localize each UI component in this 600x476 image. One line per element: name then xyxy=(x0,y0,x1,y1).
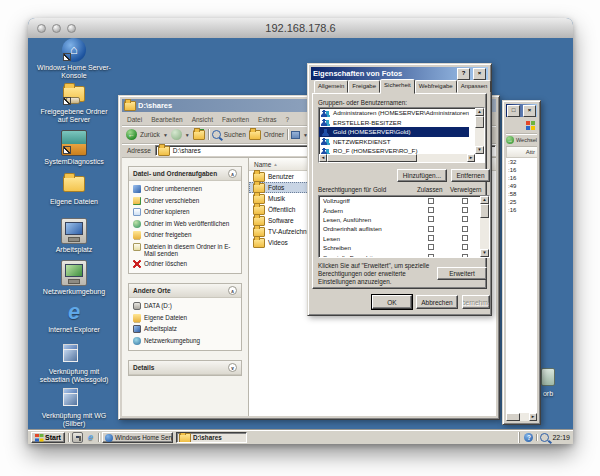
remove-button[interactable]: Entfernen xyxy=(451,169,490,182)
task-move-folder[interactable]: Ordner verschieben xyxy=(133,197,237,205)
place-my-computer[interactable]: Arbeitsplatz xyxy=(133,325,237,333)
forward-dropdown-icon[interactable]: ▼ xyxy=(185,132,190,138)
help-icon[interactable]: ? xyxy=(457,68,470,80)
time-cell[interactable]: :49 xyxy=(506,182,537,190)
search-button[interactable]: Suchen xyxy=(224,131,246,138)
scrollbar-thumb[interactable] xyxy=(480,204,489,218)
close-icon[interactable]: × xyxy=(523,105,536,117)
place-network[interactable]: Netzwerkumgebung xyxy=(133,337,237,345)
details-box-header[interactable]: Details ∨ xyxy=(129,361,241,375)
menu-bearbeiten[interactable]: Bearbeiten xyxy=(151,116,182,123)
desktop-icon-system-diagnostics[interactable]: SystemDiagnostics xyxy=(34,130,114,166)
vertical-scrollbar[interactable]: ▲ ▼ xyxy=(480,196,489,257)
deny-checkbox[interactable] xyxy=(462,254,468,258)
apply-button[interactable]: Übernehmen xyxy=(462,295,490,309)
time-cell[interactable]: :25 xyxy=(506,198,537,206)
go-button[interactable]: Wechseln zu xyxy=(516,137,537,143)
vertical-scrollbar[interactable]: ▲ ▼ xyxy=(475,108,484,154)
desktop-icon-rdp-sebastian[interactable]: Verknüpfung mit sebastian (Weissgold) xyxy=(34,342,114,384)
task-email-files[interactable]: Dateien in diesem Ordner in E-Mail sende… xyxy=(133,243,237,257)
desktop-icon-my-computer[interactable]: Arbeitsplatz xyxy=(34,218,114,254)
places-box-header[interactable]: Andere Orte ∧ xyxy=(129,284,241,298)
collapse-chevron-icon[interactable]: ∧ xyxy=(228,286,237,295)
tab-allgemein[interactable]: Allgemein xyxy=(314,80,348,93)
deny-checkbox[interactable] xyxy=(462,226,468,232)
magnifier-tray-icon[interactable] xyxy=(540,433,549,442)
tab-webfreigabe[interactable]: Webfreigabe xyxy=(415,80,457,93)
scrollbar-thumb[interactable] xyxy=(506,413,520,421)
horizontal-scrollbar[interactable]: ► xyxy=(506,413,537,421)
attr-column-header[interactable]: Attr xyxy=(506,147,537,158)
deny-checkbox[interactable] xyxy=(462,216,468,222)
user-row[interactable]: Administratoren (HOMESERVER\Administrato… xyxy=(319,108,469,118)
allow-checkbox[interactable] xyxy=(428,207,434,213)
scrollbar-thumb[interactable] xyxy=(475,116,484,128)
tab-freigabe[interactable]: Freigabe xyxy=(348,80,380,93)
tasks-box-header[interactable]: Datei- und Ordneraufgaben ∧ xyxy=(129,167,241,181)
scroll-right-icon[interactable]: ► xyxy=(467,154,475,162)
folders-button[interactable]: Ordner xyxy=(264,131,284,138)
user-row-selected[interactable]: Gold (HOMESERVER\Gold) xyxy=(319,127,469,137)
place-my-documents[interactable]: Eigene Dateien xyxy=(133,314,237,322)
user-row[interactable]: NETZWERKDIENST xyxy=(319,137,469,147)
scroll-down-icon[interactable]: ▼ xyxy=(480,249,489,257)
start-button[interactable]: Start xyxy=(31,432,65,443)
mac-titlebar[interactable]: 192.168.178.6 xyxy=(28,18,573,39)
help-tray-icon[interactable]: ? xyxy=(524,433,533,442)
desktop-icon-my-documents[interactable]: Eigene Dateien xyxy=(34,172,114,206)
quick-launch-ie-icon[interactable]: e xyxy=(86,433,95,442)
task-copy-folder[interactable]: Ordner kopieren xyxy=(133,208,237,216)
close-icon[interactable]: × xyxy=(473,68,486,80)
forward-icon[interactable] xyxy=(171,129,182,140)
task-rename-folder[interactable]: Ordner umbenennen xyxy=(133,185,237,193)
mac-zoom-button[interactable] xyxy=(67,24,76,33)
back-button[interactable]: Zurück xyxy=(140,131,160,138)
scroll-up-icon[interactable]: ▲ xyxy=(480,196,489,204)
horizontal-scrollbar[interactable]: ◄ ► xyxy=(319,154,475,162)
time-cell[interactable]: :16 xyxy=(506,174,537,182)
deny-checkbox[interactable] xyxy=(462,207,468,213)
allow-checkbox[interactable] xyxy=(428,254,434,258)
tab-sicherheit[interactable]: Sicherheit xyxy=(380,79,415,94)
time-cell[interactable]: :16 xyxy=(506,166,537,174)
mac-close-button[interactable] xyxy=(37,24,46,33)
deny-checkbox[interactable] xyxy=(462,235,468,241)
quick-launch-desktop-icon[interactable] xyxy=(72,432,83,443)
back-dropdown-icon[interactable]: ▼ xyxy=(163,132,168,138)
place-data-drive[interactable]: DATA (D:) xyxy=(133,302,237,310)
task-delete-folder[interactable]: Ordner löschen xyxy=(133,260,237,268)
allow-checkbox[interactable] xyxy=(428,216,434,222)
tab-anpassen[interactable]: Anpassen xyxy=(457,80,492,93)
menu-extras[interactable]: Extras xyxy=(258,116,276,123)
allow-checkbox[interactable] xyxy=(428,198,434,204)
deny-checkbox[interactable] xyxy=(462,244,468,250)
side-window-titlebar[interactable]: _ □ × xyxy=(506,104,537,117)
taskbar-button-whs-console[interactable]: Windows Home Server-K... xyxy=(102,432,173,443)
time-cell[interactable]: :58 xyxy=(506,190,537,198)
menu-favoriten[interactable]: Favoriten xyxy=(222,116,249,123)
menu-help[interactable]: ? xyxy=(286,116,290,123)
desktop-icon-rdp-wg[interactable]: Verknüpfung mit WG (Silber) xyxy=(34,386,114,428)
scrollbar-thumb[interactable] xyxy=(327,154,417,162)
views-icon[interactable] xyxy=(291,131,300,139)
time-cell[interactable]: :32 xyxy=(506,158,537,166)
allow-checkbox[interactable] xyxy=(428,226,434,232)
desktop-icon-shared-folders[interactable]: Freigegebene Ordner auf Server xyxy=(34,82,114,124)
menu-datei[interactable]: Datei xyxy=(127,116,142,123)
scroll-right-icon[interactable]: ► xyxy=(529,413,537,421)
desktop-icon-network[interactable]: Netzwerkumgebung xyxy=(34,260,114,296)
up-folder-icon[interactable] xyxy=(193,130,205,140)
scroll-left-icon[interactable]: ◄ xyxy=(319,154,327,162)
allow-checkbox[interactable] xyxy=(428,235,434,241)
cancel-button[interactable]: Abbrechen xyxy=(416,295,458,309)
desktop-icon-whs-console[interactable]: ⌂ Windows Home Server-Konsole xyxy=(34,38,114,80)
advanced-button[interactable]: Erweitert xyxy=(437,267,487,280)
time-cell[interactable]: :16 xyxy=(506,206,537,214)
taskbar-button-dshares[interactable]: D:\shares xyxy=(176,432,247,443)
menu-ansicht[interactable]: Ansicht xyxy=(192,116,213,123)
desktop-icon-internet-explorer[interactable]: e Internet Explorer xyxy=(34,300,114,334)
allow-checkbox[interactable] xyxy=(428,244,434,250)
user-row[interactable]: ERSTELLER-BESITZER xyxy=(319,118,469,128)
task-share-folder[interactable]: Ordner freigeben xyxy=(133,231,237,239)
expand-chevron-icon[interactable]: ∨ xyxy=(228,363,237,372)
